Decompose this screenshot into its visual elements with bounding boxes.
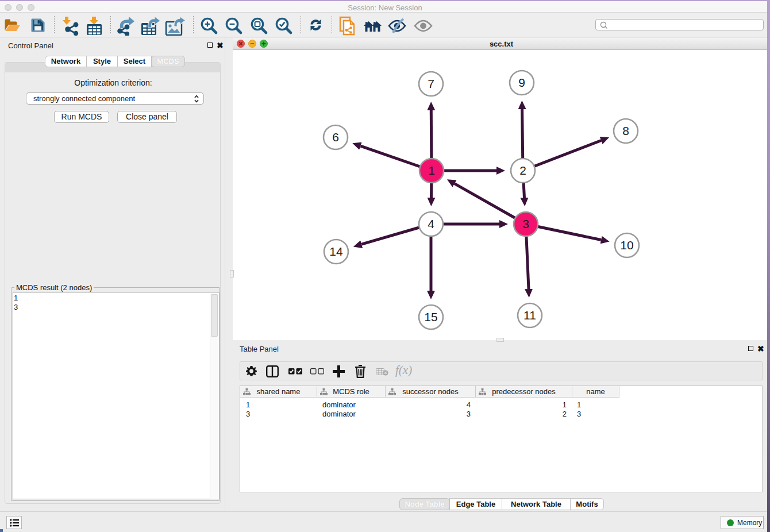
svg-text:6: 6 — [332, 130, 339, 144]
svg-text:11: 11 — [523, 309, 536, 322]
svg-text:9: 9 — [518, 76, 525, 89]
svg-text:3: 3 — [522, 217, 529, 230]
svg-text:10: 10 — [620, 238, 633, 252]
svg-text:8: 8 — [622, 124, 629, 137]
svg-text:4: 4 — [428, 217, 434, 230]
svg-text:2: 2 — [519, 164, 526, 177]
svg-text:1: 1 — [428, 164, 435, 177]
svg-text:15: 15 — [424, 310, 437, 323]
svg-text:7: 7 — [428, 77, 434, 90]
svg-text:14: 14 — [329, 245, 343, 258]
